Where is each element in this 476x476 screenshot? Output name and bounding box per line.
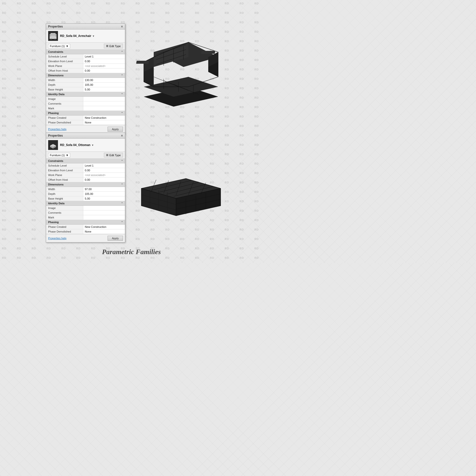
panel-1-content: Constraints ⌃ Schedule Level Level 1 Ele… [46,50,125,125]
prop-label: Comments [46,210,83,215]
panel-2-dimensions-label: Dimensions [48,183,63,186]
properties-help-link-1[interactable]: Properties help [48,128,66,131]
table-row: Offset from Host 0.00 [46,68,125,73]
apply-button-1[interactable]: Apply [108,127,123,132]
prop-value: Level 1 [83,54,125,59]
panel-1-section-constraints: Constraints ⌃ [46,50,125,54]
panel-1-dropdown-arrow[interactable]: ▼ [92,35,95,37]
prop-label: Work Plane [46,173,83,177]
prop-value: 5.00 [83,196,125,201]
table-row: Depth 105.00 [46,83,125,87]
prop-value: Level 1 [83,163,125,168]
table-row: Mark [46,215,125,220]
panel-2-section-constraints: Constraints ⌃ [46,159,125,163]
panel-1-dimensions-label: Dimensions [48,74,63,77]
panel-2-edit-type-label: Edit Type [109,154,121,157]
edit-type-icon-1: ⊞ [106,44,108,48]
prop-label: Phase Demolished [46,120,83,125]
prop-value: 105.00 [83,83,125,87]
panel-2-icon [48,140,58,150]
table-row: Width 97.00 [46,187,125,192]
table-row: Image [46,206,125,210]
prop-label: Width [46,78,83,82]
prop-label: Image [46,97,83,101]
table-row: Image [46,97,125,101]
panel-2-dimensions-collapse[interactable]: ⌃ [121,183,123,186]
prop-value: 97.00 [83,187,125,191]
panel-2-section-identity: Identity Data ⌃ [46,201,125,206]
table-row: Base Height 5.00 [46,87,125,92]
prop-label: Elevation from Level [46,168,83,173]
prop-value [83,101,125,106]
table-row: Width 130.00 [46,78,125,83]
ottoman-render [126,149,231,219]
panel-1-section-phasing: Phasing ⌃ [46,111,125,116]
panel-1-edit-type-btn[interactable]: ⊞ Edit Type [104,44,123,48]
panel-2-identity-label: Identity Data [48,202,64,205]
panel-2-section-phasing: Phasing ⌃ [46,220,125,225]
table-row: Mark [46,106,125,111]
prop-value: New Construction [83,116,125,120]
panel-2-edit-type-btn[interactable]: ⊞ Edit Type [104,153,123,157]
table-row: Elevation from Level 0.00 [46,59,125,64]
panel-1-icon [48,31,58,41]
panel-2-name-row: RD_Sofa 04_Ottoman ▼ [60,143,123,147]
panel-2-content: Constraints ⌃ Schedule Level Level 1 Ele… [46,159,125,234]
panel-2-type-arrow: ▼ [66,154,69,157]
panel-1-constraints-collapse[interactable]: ⌃ [121,51,123,53]
prop-label: Phase Created [46,225,83,229]
table-row: Schedule Level Level 1 [46,163,125,168]
panel-1-edit-type-label: Edit Type [109,45,121,48]
prop-label: Comments [46,101,83,106]
panel-1-dimensions-collapse[interactable]: ⌃ [121,74,123,77]
panel-2-titlebar: Properties × [46,133,125,139]
panel-1-phasing-label: Phasing [48,112,59,115]
prop-label: Depth [46,192,83,196]
prop-label: Image [46,206,83,210]
prop-value: 5.00 [83,87,125,92]
panel-1-section-identity: Identity Data ⌃ [46,92,125,97]
properties-panel-1: Properties × RD_Sofa 04_Armchair ▼ Furni… [46,24,125,133]
prop-value [83,210,125,215]
svg-rect-5 [55,38,56,39]
panel-1-type-text: Furniture (1) [50,45,65,48]
panel-2-header: RD_Sofa 04_Ottoman ▼ [46,139,125,152]
apply-button-2[interactable]: Apply [108,236,123,241]
table-row: Schedule Level Level 1 [46,54,125,59]
prop-label: Base Height [46,87,83,92]
panel-2-identity-collapse[interactable]: ⌃ [121,202,123,205]
prop-label: Depth [46,83,83,87]
panel-1-type-arrow: ▼ [66,45,69,48]
properties-panel-2: Properties × RD_Sofa 04_Ottoman ▼ Furnit… [46,133,125,242]
prop-value: 0.00 [83,59,125,63]
panel-2-constraints-collapse[interactable]: ⌃ [121,160,123,162]
panel-1-identity-label: Identity Data [48,93,64,96]
table-row: Phase Demolished None [46,120,125,125]
prop-value [83,215,125,220]
table-row: Comments [46,210,125,215]
armchair-icon [49,31,58,40]
panel-2-type-selector[interactable]: Furniture (1) ▼ [48,153,70,157]
panel-2-dropdown-arrow[interactable]: ▼ [91,144,94,147]
panel-1-title: Properties [48,25,63,28]
panel-2-close[interactable]: × [121,134,123,137]
prop-value [83,106,125,111]
table-row: Comments [46,101,125,106]
panel-2-phasing-label: Phasing [48,221,59,224]
prop-value: <not associated> [83,64,125,68]
prop-value: None [83,120,125,125]
panel-1-type-row: Furniture (1) ▼ ⊞ Edit Type [46,43,125,50]
panel-2-footer: Properties help Apply [46,234,125,242]
prop-value: New Construction [83,225,125,229]
panel-1-close[interactable]: × [121,25,123,28]
panel-1-identity-collapse[interactable]: ⌃ [121,93,123,96]
prop-value [83,206,125,210]
panel-1-type-selector[interactable]: Furniture (1) ▼ [48,44,70,48]
armchair-3d-svg [129,27,233,112]
panel-2-phasing-collapse[interactable]: ⌃ [121,221,123,224]
page-title: Parametric Families [0,248,263,256]
prop-label: Phase Created [46,116,83,120]
panel-1-phasing-collapse[interactable]: ⌃ [121,112,123,115]
properties-help-link-2[interactable]: Properties help [48,237,66,240]
svg-rect-4 [51,38,52,39]
